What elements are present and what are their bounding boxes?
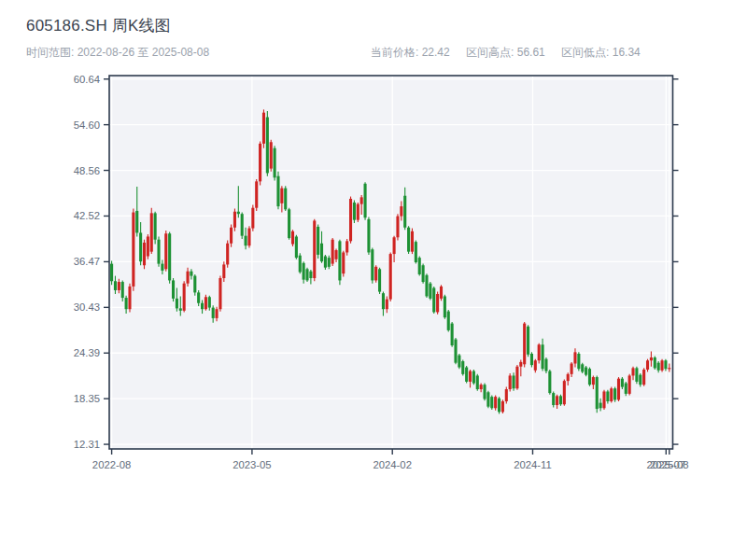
candle [642,368,645,385]
candle [183,281,186,312]
candle [367,217,370,254]
candle [588,368,591,386]
candle [613,387,616,402]
candle [501,399,504,413]
candle [476,374,479,391]
candle [490,396,493,410]
candle [425,273,428,298]
candle [274,146,276,180]
candle [305,268,308,282]
candle [454,338,457,364]
candle [295,235,298,259]
candle [143,240,146,270]
x-tick-label: 2023-05 [233,459,271,470]
candle [596,375,599,413]
x-tick-label: 2024-11 [514,459,552,470]
x-tick-label: 2024-02 [373,459,411,470]
candle [472,370,475,385]
candle [628,374,631,396]
candle [371,248,374,284]
candle [483,384,486,401]
candle [440,285,443,301]
candle [284,186,287,211]
candle [407,226,410,254]
candle [530,352,533,367]
candle [276,172,279,209]
candle [498,397,500,413]
candle [374,265,377,283]
candle [241,213,244,239]
candle [527,325,529,357]
candle [313,219,316,281]
x-tick-label: 2025-08 [650,459,688,470]
candle [357,203,359,222]
candle [266,111,269,176]
candle [617,377,620,401]
candle [585,366,587,376]
candle [451,322,454,347]
candle [291,230,294,246]
candle [172,278,175,301]
candle [378,268,381,294]
candle [581,363,584,373]
candle [218,276,221,312]
candle [654,356,656,370]
candle [444,295,446,319]
y-tick-label: 54.60 [74,119,100,131]
kline-chart: 60.6454.6048.5642.5236.4730.4324.3918.35… [0,0,747,560]
candle [418,257,421,276]
candle [262,109,265,147]
candle [544,357,547,373]
y-tick-label: 48.56 [74,165,100,176]
y-tick-label: 12.31 [74,439,100,450]
y-tick-label: 18.35 [74,393,100,404]
candle [415,241,417,264]
y-tick-label: 24.39 [74,347,100,358]
candle [660,359,663,372]
page: { "header": { "title": "605186.SH 周K线图",… [0,0,747,560]
candle [154,212,157,245]
candle [432,287,435,314]
candle [349,197,352,244]
candle [255,179,258,211]
candle [353,201,356,223]
candle [429,282,431,300]
candle [338,240,341,286]
candle [548,370,551,395]
candle [577,352,580,371]
candle [247,226,250,247]
candle [288,208,290,240]
candle [299,253,302,273]
candle [168,232,171,284]
candle [538,343,541,364]
candle [509,373,512,391]
candle [422,264,425,284]
candle [317,225,319,259]
candle [461,359,464,375]
y-tick-label: 60.64 [74,74,100,85]
x-tick-label: 2022-08 [92,459,131,470]
candle [128,284,131,313]
candle [635,367,638,385]
candle [436,292,439,315]
candle [259,141,261,185]
candle [411,229,414,255]
candle [157,236,160,266]
candle [610,387,613,403]
candle [465,366,468,384]
candle [563,380,566,406]
candle [204,295,207,311]
candle [447,310,450,331]
candle [324,255,327,270]
candle [193,274,196,296]
candle [150,208,153,254]
y-tick-label: 42.52 [74,210,100,221]
candle [251,204,254,231]
candle [342,251,345,277]
candle [389,252,392,301]
candle [396,214,399,240]
candle [458,354,460,369]
candle [364,182,367,219]
candle [486,391,489,409]
candle [164,231,167,272]
